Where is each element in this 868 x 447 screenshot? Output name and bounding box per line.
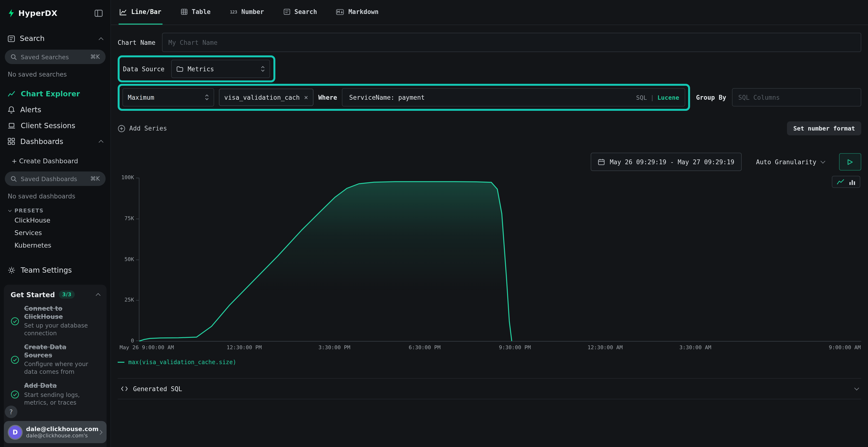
query-language-toggle: SQL | Lucene bbox=[636, 94, 679, 101]
chevron-down-icon bbox=[8, 208, 11, 212]
where-label: Where bbox=[318, 94, 337, 101]
x-tick-label: 9:30:00 PM bbox=[499, 344, 531, 351]
sidebar-item-alerts[interactable]: Alerts bbox=[0, 102, 111, 117]
bolt-icon bbox=[8, 9, 15, 18]
sidebar-item-dashboards[interactable]: Dashboards bbox=[0, 133, 111, 149]
tab-label: Search bbox=[294, 8, 317, 15]
no-saved-dashboards-text: No saved dashboards bbox=[0, 193, 111, 200]
y-tick-mark bbox=[136, 178, 140, 178]
sql-toggle[interactable]: SQL bbox=[636, 94, 647, 101]
sidebar-collapse-icon[interactable] bbox=[94, 10, 103, 17]
line-chart-icon[interactable] bbox=[837, 179, 844, 185]
preset-clickhouse[interactable]: ClickHouse bbox=[0, 214, 111, 227]
tab-line-bar[interactable]: Line/Bar bbox=[119, 0, 162, 25]
chart-display-toggle[interactable] bbox=[832, 176, 860, 188]
user-email: dale@clickhouse.com bbox=[26, 425, 94, 433]
legend-series-name: max(visa_validation_cache.size) bbox=[128, 359, 236, 366]
add-series-label: Add Series bbox=[129, 125, 167, 132]
table-icon bbox=[181, 9, 187, 15]
laptop-icon bbox=[8, 122, 16, 129]
chevron-up-icon bbox=[99, 37, 103, 42]
y-tick-mark bbox=[136, 219, 140, 219]
where-input-field[interactable] bbox=[348, 93, 631, 101]
bell-icon bbox=[8, 106, 15, 113]
search-section-header[interactable]: Search bbox=[0, 34, 111, 43]
app-window: HyperDX Search Saved Searches ⌘K No save… bbox=[0, 0, 868, 447]
group-by-input[interactable] bbox=[732, 88, 861, 106]
date-range-picker[interactable]: May 26 09:29:19 - May 27 09:29:19 bbox=[591, 153, 742, 171]
data-source-group: Data Source Metrics bbox=[118, 56, 275, 82]
x-tick-label: 9:00:00 AM bbox=[829, 344, 861, 351]
check-circle-icon bbox=[10, 355, 19, 364]
search-icon bbox=[10, 176, 17, 182]
sidebar-item-team-settings[interactable]: Team Settings bbox=[0, 266, 111, 275]
plot-region[interactable] bbox=[139, 178, 861, 342]
tab-search[interactable]: Search bbox=[282, 0, 318, 25]
bar-chart-icon[interactable] bbox=[849, 179, 856, 185]
chevron-up-icon[interactable] bbox=[96, 294, 100, 298]
get-started-item-subtitle: Configure where your data comes from bbox=[24, 360, 93, 376]
tab-markdown[interactable]: Markdown bbox=[335, 0, 379, 25]
sidebar-item-client-sessions[interactable]: Client Sessions bbox=[0, 117, 111, 133]
legend-line-swatch bbox=[118, 362, 124, 363]
check-circle-icon bbox=[10, 390, 19, 399]
preset-kubernetes[interactable]: Kubernetes bbox=[0, 239, 111, 251]
close-icon[interactable]: × bbox=[304, 94, 308, 101]
get-started-item-connect[interactable]: Connect to ClickHouse Set up your databa… bbox=[10, 305, 100, 337]
select-updown-icon bbox=[261, 66, 265, 72]
generated-sql-accordion[interactable]: Generated SQL bbox=[118, 378, 861, 399]
plus-circle-icon bbox=[118, 125, 125, 132]
preset-services[interactable]: Services bbox=[0, 227, 111, 239]
data-source-select[interactable]: Metrics bbox=[171, 60, 270, 78]
run-query-button[interactable] bbox=[839, 153, 861, 171]
granularity-select[interactable]: Auto Granularity bbox=[754, 158, 827, 166]
hyperdx-logo[interactable]: HyperDX bbox=[8, 9, 57, 18]
shortcut-badge: ⌘K bbox=[90, 54, 100, 60]
shortcut-badge: ⌘K bbox=[90, 175, 100, 182]
set-number-format-button[interactable]: Set number format bbox=[787, 122, 861, 135]
lucene-toggle[interactable]: Lucene bbox=[657, 94, 679, 101]
sidebar-item-chart-explorer[interactable]: Chart Explorer bbox=[0, 86, 111, 102]
y-tick-label: 0 bbox=[131, 338, 134, 344]
tab-label: Number bbox=[241, 8, 264, 15]
sidebar-nav: Chart Explorer Alerts Client Sessions Da… bbox=[0, 86, 111, 149]
add-series-button[interactable]: Add Series bbox=[118, 125, 167, 132]
where-filter-input[interactable]: SQL | Lucene bbox=[342, 88, 685, 106]
create-dashboard-button[interactable]: + Create Dashboard bbox=[0, 157, 111, 165]
saved-dashboards-input[interactable]: Saved Dashboards ⌘K bbox=[5, 171, 105, 186]
sidebar: HyperDX Search Saved Searches ⌘K No save… bbox=[0, 0, 111, 447]
metric-chip[interactable]: visa_validation_cach × bbox=[219, 89, 313, 106]
toggle-divider: | bbox=[650, 94, 654, 101]
saved-searches-input[interactable]: Saved Searches ⌘K bbox=[5, 49, 105, 64]
get-started-item-subtitle: Set up your database connection bbox=[24, 322, 93, 337]
get-started-item-adddata[interactable]: Add Data Start sending logs, metrics, or… bbox=[10, 382, 100, 407]
x-tick-label: 12:30:00 AM bbox=[588, 344, 623, 351]
sidebar-item-label: Dashboards bbox=[20, 137, 63, 146]
sidebar-item-label: Alerts bbox=[20, 105, 41, 114]
x-tick-label: 3:30:00 PM bbox=[318, 344, 350, 351]
tab-label: Table bbox=[192, 8, 211, 15]
chart-type-tabbar: Line/Bar Table 123 Number Search bbox=[111, 0, 868, 25]
tab-number[interactable]: 123 Number bbox=[229, 0, 265, 25]
user-menu[interactable]: D dale@clickhouse.com dale@clickhouse.co… bbox=[4, 421, 106, 443]
date-range-value: May 26 09:29:19 - May 27 09:29:19 bbox=[610, 158, 735, 166]
x-tick-label: May 26 9:00:00 AM bbox=[120, 344, 174, 351]
aggregation-select[interactable]: Maximum bbox=[123, 88, 214, 106]
search-icon bbox=[10, 54, 17, 60]
data-source-label: Data Source bbox=[123, 65, 164, 72]
chart-name-input[interactable] bbox=[162, 33, 861, 52]
tab-table[interactable]: Table bbox=[180, 0, 212, 25]
chevron-up-icon bbox=[99, 140, 103, 145]
saved-searches-placeholder: Saved Searches bbox=[21, 53, 86, 61]
series-legend[interactable]: max(visa_validation_cache.size) bbox=[118, 359, 861, 366]
chevron-down-icon bbox=[854, 386, 859, 390]
y-tick-label: 75K bbox=[124, 215, 134, 221]
get-started-title: Get Started bbox=[10, 291, 55, 299]
presets-toggle[interactable]: PRESETS bbox=[0, 208, 111, 214]
user-team: dale@clickhouse.com's bbox=[26, 433, 94, 439]
sidebar-item-label: Client Sessions bbox=[21, 121, 75, 130]
get-started-item-datasources[interactable]: Create Data Sources Configure where your… bbox=[10, 344, 100, 376]
help-button[interactable]: ? bbox=[5, 406, 18, 418]
presets-label: PRESETS bbox=[14, 208, 44, 214]
log-list-icon bbox=[8, 35, 15, 42]
